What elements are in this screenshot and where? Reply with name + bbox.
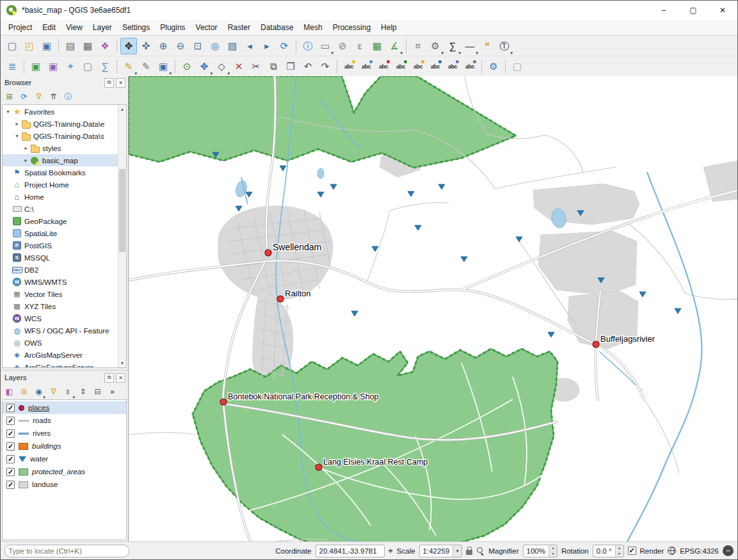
copy-features-button[interactable]: ⧉ — [265, 58, 282, 75]
dropdown-arrow-icon[interactable] — [453, 545, 461, 557]
change-label-properties-button[interactable]: abc — [461, 58, 478, 75]
browser-item-wcs[interactable]: WCS — [3, 312, 118, 324]
menu-settings[interactable]: Settings — [117, 20, 155, 35]
add-selected-layers-button[interactable]: ⊞ — [3, 90, 16, 104]
browser-item-vector-tiles[interactable]: Vector Tiles — [3, 288, 118, 300]
refresh-map-button[interactable]: ⟳ — [276, 38, 293, 54]
close-panel-icon[interactable] — [116, 373, 125, 383]
menu-project[interactable]: Project — [3, 20, 37, 35]
maximize-button[interactable]: ▢ — [678, 1, 708, 20]
float-panel-icon[interactable] — [104, 373, 114, 383]
spin-up-icon[interactable] — [549, 545, 557, 551]
statistical-summary-button[interactable]: ∑▾ — [444, 38, 461, 54]
browser-item-geopackage[interactable]: GeoPackage — [3, 215, 118, 227]
browser-item-favorites[interactable]: ▾Favorites — [3, 106, 118, 118]
field-calculator-button[interactable]: ⌗ — [410, 38, 426, 54]
browser-item-wms-wmts[interactable]: WMS/WMTS — [3, 276, 118, 288]
pan-map-button[interactable]: ✥ — [120, 38, 137, 54]
highlight-pinned-labels-button[interactable]: abc — [375, 58, 392, 75]
current-edits-button[interactable]: ✎▾ — [120, 58, 137, 75]
layer-visibility-checkbox[interactable] — [6, 455, 15, 463]
save-layer-edits-button[interactable]: ▣▾ — [155, 58, 172, 75]
messages-icon[interactable] — [723, 545, 734, 556]
add-group-button[interactable]: ⊞ — [17, 385, 31, 399]
new-project-button[interactable]: ▢ — [4, 38, 20, 54]
menu-layer[interactable]: Layer — [88, 20, 117, 35]
plugin-settings-button[interactable]: ⚙ — [485, 58, 502, 75]
zoom-full-button[interactable]: ⊡ — [189, 38, 206, 54]
cut-features-button[interactable]: ✂ — [248, 58, 264, 75]
browser-item-qgis-training-data-e[interactable]: ▸QGIS-Training-Data\e — [3, 118, 118, 130]
zoom-out-button[interactable]: ⊖ — [172, 38, 189, 54]
menu-vector[interactable]: Vector — [191, 20, 223, 35]
map-tips-button[interactable]: ❝ — [479, 38, 495, 54]
layer-visibility-checkbox[interactable] — [6, 429, 15, 438]
float-panel-icon[interactable] — [104, 78, 114, 88]
browser-item-postgis[interactable]: PostGIS — [3, 239, 118, 252]
select-by-expression-button[interactable]: ε — [351, 38, 368, 54]
layer-visibility-checkbox[interactable] — [6, 481, 15, 489]
menu-view[interactable]: View — [61, 20, 88, 35]
zoom-to-selection-button[interactable]: ◎ — [207, 38, 223, 54]
browser-item-xyz-tiles[interactable]: XYZ Tiles — [3, 300, 118, 312]
open-project-button[interactable]: ◰ — [21, 38, 38, 54]
filter-legend-button[interactable]: ∇ — [47, 385, 60, 399]
browser-item-wfs-ogc-api-feature[interactable]: WFS / OGC API - Feature — [3, 324, 118, 337]
new-temporary-scratch-layer-button[interactable]: ▢ — [79, 58, 96, 75]
browser-item-arcgisfeatureserver[interactable]: ArcGisFeatureServer — [3, 361, 118, 367]
browser-item-ows[interactable]: OWS — [3, 337, 118, 349]
new-geopackage-layer-button[interactable]: ▣ — [28, 58, 44, 75]
layer-labeling-options-button[interactable]: abc — [341, 58, 357, 75]
open-attribute-table-button[interactable]: ▦ — [369, 38, 385, 54]
deselect-features-button[interactable]: ⊘ — [334, 38, 351, 54]
menu-edit[interactable]: Edit — [37, 20, 61, 35]
epsg-label[interactable]: EPSG:4326 — [680, 547, 719, 555]
spin-down-icon[interactable] — [549, 551, 557, 557]
menu-raster[interactable]: Raster — [223, 20, 255, 35]
menu-help[interactable]: Help — [376, 20, 402, 35]
layer-item-protected-areas[interactable]: protected_areas — [3, 465, 126, 478]
browser-item-mssql[interactable]: MSSQL — [3, 252, 118, 264]
rotate-label-button[interactable]: abc — [444, 58, 461, 75]
save-project-button[interactable]: ▣ — [38, 38, 55, 54]
scroll-down-icon[interactable] — [118, 359, 126, 367]
layer-item-rivers[interactable]: rivers — [3, 427, 126, 440]
menu-mesh[interactable]: Mesh — [298, 20, 327, 35]
coordinate-display-toggle-icon[interactable] — [389, 547, 393, 555]
redo-button[interactable]: ↷ — [317, 58, 333, 75]
crs-globe-icon[interactable] — [668, 547, 676, 555]
new-shapefile-layer-button[interactable]: ▣ — [45, 58, 61, 75]
browser-scrollbar[interactable] — [118, 105, 126, 367]
toggle-editing-button[interactable]: ✎ — [138, 58, 154, 75]
new-spatialite-layer-button[interactable]: ✦ — [62, 58, 79, 75]
browser-item-spatial-bookmarks[interactable]: Spatial Bookmarks — [3, 166, 118, 179]
layer-item-roads[interactable]: roads — [3, 414, 126, 427]
select-features-button[interactable]: ▭▾ — [317, 38, 333, 54]
scrollbar-thumb[interactable] — [119, 169, 125, 252]
close-panel-icon[interactable] — [116, 78, 125, 88]
close-button[interactable]: ✕ — [708, 1, 737, 20]
layer-visibility-checkbox[interactable] — [6, 417, 15, 425]
scale-lock-icon[interactable] — [466, 550, 472, 555]
filter-by-expression-button[interactable]: ε▾ — [61, 385, 75, 399]
zoom-last-button[interactable]: ◂ — [241, 38, 258, 54]
refresh-browser-button[interactable]: ⟳ — [17, 90, 31, 104]
zoom-to-layer-button[interactable]: ▧ — [224, 38, 241, 54]
browser-item-qgis-training-data-s[interactable]: ▾QGIS-Training-Data\s — [3, 130, 118, 142]
browser-item-styles[interactable]: ▸styles — [3, 142, 118, 154]
move-feature-button[interactable]: ✥▾ — [196, 58, 213, 75]
coordinate-input[interactable] — [316, 545, 385, 557]
magnifier-spinbox[interactable]: 100% — [523, 545, 558, 557]
browser-item-arcgismapserver[interactable]: ArcGisMapServer — [3, 349, 118, 361]
undo-button[interactable]: ↶ — [300, 58, 316, 75]
show-hide-labels-button[interactable]: abc — [392, 58, 409, 75]
browser-item-project-home[interactable]: Project Home — [3, 179, 118, 191]
map-canvas[interactable]: SwellendamRailtonBuffeljagsrivierBontebo… — [129, 76, 737, 541]
spin-up-icon[interactable] — [616, 545, 623, 551]
spin-down-icon[interactable] — [616, 551, 623, 557]
zoom-next-button[interactable]: ▸ — [259, 38, 275, 54]
properties-widget-button[interactable]: ⓘ — [61, 90, 75, 104]
menu-plugins[interactable]: Plugins — [155, 20, 190, 35]
new-print-layout-button[interactable]: ▤ — [62, 38, 79, 54]
title-bar[interactable]: *basic_map - QGIS 3e6ae65df1 – ▢ ✕ — [1, 1, 737, 20]
